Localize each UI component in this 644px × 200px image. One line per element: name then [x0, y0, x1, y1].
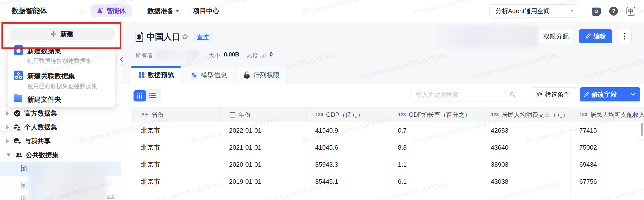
sidebar-collapse-button[interactable]	[116, 55, 126, 64]
table-row[interactable]: 北京市2021-01-0141045.68.84364075002	[132, 139, 644, 156]
table-cell: 35943.3	[306, 156, 389, 173]
more-actions-button[interactable]	[618, 29, 632, 43]
text-type-icon: A	[141, 112, 148, 118]
column-view-button[interactable]	[134, 90, 146, 102]
sidebar-item-1[interactable]: 官方数据集	[0, 108, 121, 119]
size-value: 0.00B	[224, 51, 239, 58]
public-dataset-icon	[15, 151, 22, 159]
table-cell	[389, 190, 482, 198]
table-cell: 69434	[570, 156, 644, 173]
sidebar-item-3[interactable]: 与我共享	[0, 136, 121, 147]
filter-button[interactable]: 筛选条件	[530, 87, 576, 102]
heat-value: 0	[270, 51, 273, 58]
help-icon: ?	[609, 7, 618, 16]
table-cell: 43038	[482, 173, 570, 190]
settings-monitor-button[interactable]: ⚙	[592, 6, 601, 16]
chevron-down-icon	[176, 10, 179, 12]
nav-tab-project-center[interactable]: 项目中心	[193, 0, 219, 22]
table-cell: 42683	[482, 122, 570, 139]
filter-button-label: 筛选条件	[545, 90, 570, 99]
tab-1[interactable]: 数据预览	[130, 66, 182, 84]
caret-expanded-icon[interactable]	[6, 154, 11, 156]
sidebar-item-4[interactable]: 公共数据集	[0, 150, 121, 160]
table-row[interactable]: 北京市2019-01-0135445.16.14303867756	[132, 173, 644, 190]
dataset-file-icon	[21, 182, 27, 189]
sidebar-item-label: 个人数据集	[24, 123, 57, 132]
chevron-down-icon	[570, 10, 573, 12]
workspace-select-value: 分析Agent通用空间	[496, 7, 550, 15]
table-cell	[306, 190, 389, 198]
search-input[interactable]	[411, 91, 510, 98]
date-type-icon	[229, 112, 236, 118]
tab-2[interactable]: 模型信息	[184, 66, 233, 84]
signal-bars-icon	[260, 52, 267, 58]
table-cell: 43640	[482, 139, 570, 156]
owner-label: 所有者	[136, 52, 153, 59]
table-header-row: A省份年份123GDP（亿元）123GDP增长率（百分之）123居民人均消费支出…	[132, 107, 644, 122]
caret-collapsed-icon[interactable]	[6, 125, 9, 130]
size-label: 大小	[209, 52, 220, 59]
language-icon: 中	[626, 7, 635, 16]
column-header-label: GDP增长率（百分之）	[409, 111, 470, 119]
modify-fields-button: 修改字段	[580, 87, 640, 102]
grid-icon	[138, 72, 145, 78]
column-header[interactable]: A省份	[132, 107, 220, 122]
nav-tab-data-prep[interactable]: 数据准备	[148, 0, 179, 22]
tab-label: 数据预览	[148, 71, 174, 80]
table-cell: 41540.9	[306, 122, 389, 139]
table-cell: 北京市	[132, 173, 220, 190]
search-icon	[510, 92, 521, 98]
sidebar-direct-badge: 直连	[106, 194, 115, 200]
nav-tab-agent[interactable]: 智能体	[91, 4, 132, 17]
help-button[interactable]: ?	[609, 6, 618, 16]
app-logo: 数据智能体	[12, 0, 47, 22]
caret-collapsed-icon[interactable]	[6, 139, 9, 143]
number-type-icon: 123	[491, 112, 499, 117]
table-cell: 2022-01-01	[220, 122, 306, 139]
nav-tab-project-center-label: 项目中心	[193, 6, 219, 15]
shared-with-me-icon	[14, 138, 21, 145]
table-cell: 2019-01-01	[220, 173, 306, 190]
sidebar-item-label: 官方数据集	[24, 109, 57, 118]
new-dropdown-menu: 新建数据集使用数据连接创建数据集新建关联数据集使用已有数据集创建数据集新建文件夹	[8, 42, 115, 107]
column-header[interactable]: 123GDP（亿元）	[307, 107, 389, 122]
column-header[interactable]: 123GDP增长率（百分之）	[389, 107, 482, 122]
star-favorite-icon[interactable]	[182, 33, 189, 40]
table-cell: 8.8	[389, 139, 482, 156]
chevron-left-icon	[120, 57, 123, 62]
table-cell: 北京市	[132, 139, 220, 156]
number-type-icon: 123	[580, 112, 587, 117]
table-row[interactable]: 北京市2020-01-0135943.31.13890369434	[132, 156, 644, 173]
personal-dataset-icon	[14, 124, 21, 131]
table-cell: 35445.1	[306, 173, 389, 190]
table-cell: 67756	[570, 173, 644, 190]
columns-view-icon	[137, 92, 143, 99]
column-header[interactable]: 123居民人均消费支出（元）	[482, 107, 571, 122]
table-cell	[220, 190, 306, 198]
agent-icon	[96, 7, 104, 14]
menu-item-label: 新建关联数据集	[27, 72, 75, 81]
data-preview-table: A省份年份123GDP（亿元）123GDP增长率（百分之）123居民人均消费支出…	[132, 107, 644, 198]
dataset-icon	[135, 32, 144, 42]
column-header[interactable]: 123居民人均可支配收入	[571, 107, 644, 122]
vertical-scrollbar-thumb[interactable]	[640, 123, 643, 136]
tab-3[interactable]: 行列权限	[236, 66, 286, 84]
watermark-text: llm_finance_admin@2101472452	[470, 51, 560, 80]
official-dataset-icon	[14, 110, 21, 117]
keyword-search	[410, 88, 521, 102]
tab-label: 模型信息	[201, 71, 227, 80]
table-row[interactable]: 北京市2022-01-0141540.90.74268377415	[132, 122, 644, 139]
edit-button-label: 编辑	[594, 32, 606, 41]
column-header[interactable]: 年份	[220, 107, 307, 122]
workspace-select[interactable]: 分析Agent通用空间	[489, 4, 579, 18]
list-view-button[interactable]	[146, 90, 159, 102]
permission-assign-button[interactable]: 权限分配	[539, 29, 573, 43]
edit-button[interactable]: 编辑	[579, 29, 612, 43]
modify-fields-dropdown[interactable]	[626, 87, 640, 102]
menu-item-desc: 使用已有数据集创建数据集	[27, 82, 97, 90]
pencil-icon	[585, 33, 591, 39]
modify-fields-main[interactable]: 修改字段	[580, 87, 621, 102]
caret-collapsed-icon[interactable]	[6, 111, 9, 116]
sidebar-item-2[interactable]: 个人数据集	[0, 122, 121, 133]
language-toggle-button[interactable]: 中	[626, 6, 636, 16]
